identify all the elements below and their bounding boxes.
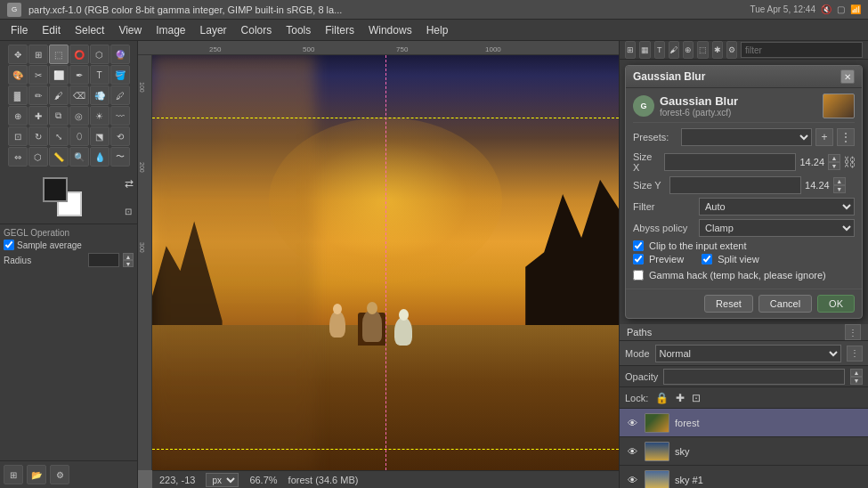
layer-item-sky[interactable]: 👁 sky <box>620 437 868 466</box>
tool-text[interactable]: T <box>90 65 110 85</box>
tool-clone[interactable]: ⊕ <box>8 106 28 126</box>
tool-dodge-burn[interactable]: ☀ <box>90 106 110 126</box>
reset-button[interactable]: Reset <box>704 295 753 313</box>
layer-visibility-sky[interactable]: 👁 <box>625 444 639 459</box>
tool-transform[interactable]: ⟲ <box>110 126 130 146</box>
filter-icon-8[interactable]: ⚙ <box>726 41 737 59</box>
dialog-close-button[interactable]: ✕ <box>840 69 855 84</box>
tool-shear[interactable]: ⬯ <box>69 126 89 146</box>
gamma-checkbox[interactable] <box>633 270 644 281</box>
tool-rect-select[interactable]: ⬚ <box>49 45 69 64</box>
tool-paint-bucket[interactable]: 🪣 <box>110 65 130 85</box>
size-y-down[interactable]: ▼ <box>833 185 846 193</box>
reset-colors-icon[interactable]: ⊡ <box>125 207 134 216</box>
tool-warp[interactable]: 〜 <box>110 147 130 167</box>
canvas-container[interactable] <box>152 55 619 470</box>
paths-options-button[interactable]: ⋮ <box>845 324 861 340</box>
tool-perspective-clone[interactable]: ⧉ <box>49 106 69 126</box>
menu-filters[interactable]: Filters <box>318 22 361 38</box>
tool-heal[interactable]: ✚ <box>28 106 48 126</box>
tool-scissors[interactable]: ✂ <box>28 65 48 85</box>
tool-fuzzy-select[interactable]: 🔮 <box>110 45 130 64</box>
radius-increment[interactable]: ▲ <box>123 253 134 260</box>
split-view-checkbox[interactable] <box>702 254 712 264</box>
opacity-down[interactable]: ▼ <box>850 377 863 385</box>
size-x-down[interactable]: ▼ <box>828 162 840 170</box>
size-x-input[interactable]: 14.24 <box>664 153 796 171</box>
filter-icon-4[interactable]: 🖌 <box>669 41 679 59</box>
filter-icon-1[interactable]: ⊞ <box>625 41 636 59</box>
tool-foreground-select[interactable]: ⬜ <box>49 65 69 85</box>
lock-pixels-icon[interactable]: 🔒 <box>655 392 669 404</box>
tool-smudge[interactable]: 〰 <box>110 106 130 126</box>
menu-tools[interactable]: Tools <box>279 22 318 38</box>
tool-zoom[interactable]: 🔍 <box>69 147 89 167</box>
size-x-up[interactable]: ▲ <box>828 154 840 162</box>
filter-select[interactable]: Auto <box>699 198 855 216</box>
clip-checkbox[interactable] <box>633 240 644 251</box>
tool-gradient[interactable]: ▓ <box>8 85 28 105</box>
menu-colors[interactable]: Colors <box>234 22 280 38</box>
tool-paintbrush[interactable]: 🖌 <box>49 85 69 105</box>
presets-select[interactable] <box>681 128 812 146</box>
filter-icon-2[interactable]: ▦ <box>639 41 650 59</box>
filter-icon-5[interactable]: ⊕ <box>683 41 694 59</box>
filter-icon-7[interactable]: ✱ <box>712 41 723 59</box>
lock-alpha-icon[interactable]: ⊡ <box>692 392 701 404</box>
ok-button[interactable]: OK <box>817 295 855 313</box>
preset-options-button[interactable]: ⋮ <box>837 128 855 146</box>
tool-pencil[interactable]: ✏ <box>28 85 48 105</box>
sample-average-checkbox[interactable] <box>4 240 14 250</box>
preview-checkbox[interactable] <box>633 254 644 264</box>
cancel-button[interactable]: Cancel <box>758 295 812 313</box>
opacity-input[interactable]: 100.0 <box>663 369 845 385</box>
layer-visibility-forest[interactable]: 👁 <box>625 416 639 430</box>
tool-airbrush[interactable]: 💨 <box>90 85 110 105</box>
menu-image[interactable]: Image <box>149 22 192 38</box>
tool-color-picker[interactable]: 💧 <box>90 147 110 167</box>
units-select[interactable]: px <box>206 473 239 487</box>
filter-icon-6[interactable]: ⬚ <box>697 41 708 59</box>
opacity-up[interactable]: ▲ <box>850 369 863 377</box>
filter-icon-3[interactable]: T <box>654 41 665 59</box>
lock-position-icon[interactable]: ✚ <box>676 392 685 404</box>
preferences-btn[interactable]: ⚙ <box>50 465 69 484</box>
tool-rotate[interactable]: ↻ <box>28 126 48 146</box>
new-image-btn[interactable]: ⊞ <box>4 465 23 484</box>
tool-free-select[interactable]: ⬡ <box>90 45 110 64</box>
tool-perspective[interactable]: ⬔ <box>90 126 110 146</box>
menu-select[interactable]: Select <box>68 22 111 38</box>
menu-layer[interactable]: Layer <box>193 22 234 38</box>
menu-help[interactable]: Help <box>419 22 456 38</box>
layers-options-button[interactable]: ⋮ <box>847 346 863 362</box>
layer-visibility-sky1[interactable]: 👁 <box>625 473 639 487</box>
tool-align[interactable]: ⊞ <box>28 45 48 64</box>
foreground-color-swatch[interactable] <box>43 177 68 202</box>
tool-ellipse-select[interactable]: ⭕ <box>69 45 89 64</box>
filter-search-input[interactable] <box>741 42 863 58</box>
tool-flip[interactable]: ⇔ <box>8 147 28 167</box>
abyss-select[interactable]: Clamp <box>699 219 855 237</box>
menu-view[interactable]: View <box>111 22 149 38</box>
tool-select-by-color[interactable]: 🎨 <box>8 65 28 85</box>
tool-blur[interactable]: ◎ <box>69 106 89 126</box>
radius-input[interactable]: 1 <box>88 253 119 267</box>
chain-link-icon[interactable]: ⛓ <box>844 155 855 169</box>
tool-scale[interactable]: ⤡ <box>49 126 69 146</box>
open-image-btn[interactable]: 📂 <box>27 465 46 484</box>
tool-move[interactable]: ✥ <box>8 45 28 64</box>
maximize-icon[interactable]: ▢ <box>837 4 845 14</box>
tool-measure[interactable]: 📏 <box>49 147 69 167</box>
swap-colors-icon[interactable]: ⇄ <box>125 177 134 190</box>
preset-add-button[interactable]: + <box>815 128 833 146</box>
layer-item-forest[interactable]: 👁 forest <box>620 409 868 437</box>
layer-item-sky1[interactable]: 👁 sky #1 <box>620 466 868 488</box>
tool-crop[interactable]: ⊡ <box>8 126 28 146</box>
tool-eraser[interactable]: ⌫ <box>69 85 89 105</box>
menu-file[interactable]: File <box>4 22 35 38</box>
layer-mode-select[interactable]: Normal <box>655 345 841 362</box>
menu-edit[interactable]: Edit <box>35 22 68 38</box>
menu-windows[interactable]: Windows <box>361 22 419 38</box>
size-y-up[interactable]: ▲ <box>833 177 846 185</box>
radius-decrement[interactable]: ▼ <box>123 260 134 267</box>
